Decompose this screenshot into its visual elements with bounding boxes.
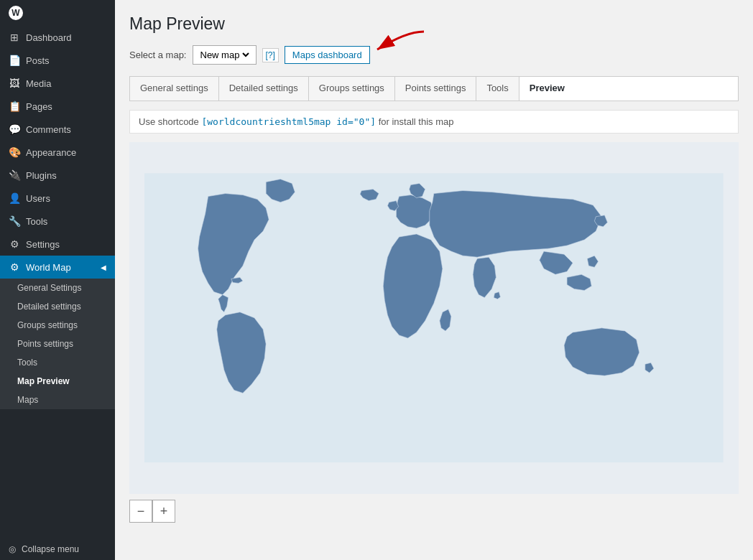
sidebar-item-label: Plugins — [26, 170, 57, 181]
main-content: Map Preview Select a map: New map [?] Ma… — [115, 0, 753, 560]
sidebar-item-appearance[interactable]: 🎨 Appearance — [0, 141, 115, 164]
help-link[interactable]: [?] — [262, 48, 279, 62]
sidebar: W ⊞ Dashboard 📄 Posts 🖼 Media 📋 Pages 💬 … — [0, 0, 115, 560]
submenu-points-settings[interactable]: Points settings — [0, 335, 115, 353]
sidebar-item-label: Tools — [26, 216, 47, 227]
sidebar-item-dashboard[interactable]: ⊞ Dashboard — [0, 26, 115, 49]
sidebar-item-label: Appearance — [26, 147, 76, 158]
sidebar-item-tools[interactable]: 🔧 Tools — [0, 210, 115, 233]
dashboard-icon: ⊞ — [9, 32, 20, 43]
submenu-groups-settings[interactable]: Groups settings — [0, 316, 115, 335]
submenu-tools[interactable]: Tools — [0, 353, 115, 372]
sidebar-item-settings[interactable]: ⚙ Settings — [0, 233, 115, 256]
tabs-row: General settings Detailed settings Group… — [129, 76, 739, 101]
sidebar-item-label: Comments — [26, 124, 71, 135]
sidebar-item-label: Users — [26, 193, 50, 204]
tab-tools[interactable]: Tools — [476, 77, 519, 101]
maps-dashboard-button[interactable]: Maps dashboard — [285, 46, 370, 64]
settings-icon: ⚙ — [9, 238, 20, 250]
tab-detailed-settings[interactable]: Detailed settings — [219, 77, 309, 101]
shortcode-bar: Use shortcode [worldcountrieshtml5map id… — [129, 110, 739, 134]
chevron-right-icon: ◀ — [101, 263, 106, 271]
sidebar-item-users[interactable]: 👤 Users — [0, 187, 115, 210]
sidebar-item-plugins[interactable]: 🔌 Plugins — [0, 164, 115, 187]
zoom-out-button[interactable]: − — [129, 500, 152, 523]
sidebar-submenu: General Settings Detailed settings Group… — [0, 279, 115, 409]
sidebar-item-posts[interactable]: 📄 Posts — [0, 49, 115, 72]
tab-preview[interactable]: Preview — [519, 77, 575, 101]
shortcode-suffix: for install this map — [376, 116, 453, 127]
tab-general-settings[interactable]: General settings — [130, 77, 219, 101]
submenu-detailed-settings[interactable]: Detailed settings — [0, 297, 115, 316]
sidebar-item-media[interactable]: 🖼 Media — [0, 72, 115, 95]
appearance-icon: 🎨 — [9, 146, 20, 158]
collapse-label: Collapse menu — [22, 544, 79, 554]
select-map-label: Select a map: — [129, 50, 187, 60]
sidebar-item-label: Posts — [26, 55, 50, 66]
comments-icon: 💬 — [9, 123, 20, 135]
zoom-controls: − + — [129, 500, 739, 523]
pages-icon: 📋 — [9, 101, 20, 112]
sidebar-item-label: Settings — [26, 239, 60, 250]
tools-icon: 🔧 — [9, 215, 20, 227]
sidebar-logo: W — [0, 0, 115, 26]
submenu-map-preview[interactable]: Map Preview — [0, 372, 115, 391]
sidebar-item-pages[interactable]: 📋 Pages — [0, 95, 115, 118]
map-select-row: Select a map: New map [?] Maps dashboard — [129, 45, 739, 65]
users-icon: 👤 — [9, 192, 20, 204]
sidebar-item-label: Dashboard — [26, 32, 72, 43]
sidebar-item-label: World Map — [26, 262, 71, 273]
tab-points-settings[interactable]: Points settings — [395, 77, 477, 101]
wp-logo-icon: W — [9, 6, 23, 20]
submenu-maps[interactable]: Maps — [0, 391, 115, 409]
worldmap-icon: ⚙ — [9, 261, 20, 273]
posts-icon: 📄 — [9, 55, 20, 66]
submenu-general-settings[interactable]: General Settings — [0, 279, 115, 297]
collapse-icon: ◎ — [9, 544, 16, 554]
map-select-dropdown[interactable]: New map — [193, 45, 257, 65]
sidebar-item-label: Pages — [26, 101, 52, 112]
zoom-in-button[interactable]: + — [152, 500, 175, 523]
map-preview-container — [129, 142, 739, 494]
media-icon: 🖼 — [9, 78, 20, 89]
sidebar-item-worldmap[interactable]: ⚙ World Map ◀ — [0, 256, 115, 279]
sidebar-item-label: Media — [26, 78, 51, 89]
tab-groups-settings[interactable]: Groups settings — [309, 77, 395, 101]
sidebar-item-comments[interactable]: 💬 Comments — [0, 118, 115, 141]
map-select-input[interactable]: New map — [198, 49, 251, 61]
world-map-svg — [144, 151, 724, 485]
shortcode-code: [worldcountrieshtml5map id="0"] — [201, 116, 376, 127]
maps-dashboard-wrapper: Maps dashboard — [285, 46, 370, 64]
plugins-icon: 🔌 — [9, 169, 20, 181]
page-title: Map Preview — [129, 14, 739, 34]
collapse-menu-button[interactable]: ◎ Collapse menu — [0, 538, 115, 560]
shortcode-prefix: Use shortcode — [139, 116, 201, 127]
